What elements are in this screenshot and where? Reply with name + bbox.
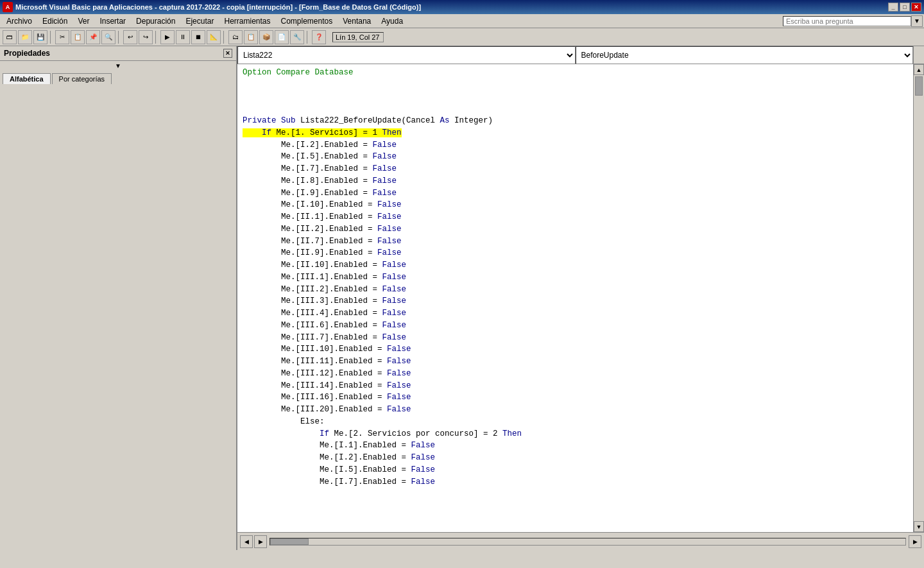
header-scrollbar[interactable] [913,46,924,64]
menu-ejecutar[interactable]: Ejecutar [180,15,219,27]
separator-3 [155,31,158,44]
code-content[interactable]: Option Compare Database Private Sub List… [237,64,913,532]
horizontal-scrollbar-track[interactable] [270,538,906,546]
scroll-up-button[interactable]: ▲ [914,64,924,75]
menu-herramientas[interactable]: Herramientas [219,15,275,27]
scroll-right-btn[interactable]: ▶ [254,535,267,548]
code-body: Option Compare Database Private Sub List… [237,64,924,532]
toolbar-run[interactable]: ▶ [160,30,175,44]
tab-alfabetica[interactable]: Alfabética [3,73,51,84]
scroll-right-end-btn[interactable]: ▶ [909,535,921,548]
window-title: Microsoft Visual Basic para Aplicaciones… [15,3,421,11]
toolbar-stop[interactable]: ⏹ [191,30,205,44]
toolbar-break[interactable]: ⏸ [176,30,190,44]
menu-ayuda[interactable]: Ayuda [376,15,408,27]
toolbar-help[interactable]: ❓ [312,30,326,44]
toolbar-paste[interactable]: 📌 [86,30,100,44]
scroll-left-btn[interactable]: ◀ [240,535,253,548]
properties-tabs: Alfabética Por categorías [0,71,236,84]
close-button[interactable]: ✕ [911,3,921,12]
toolbar-copy[interactable]: 📋 [71,30,85,44]
app-icon: A [3,2,13,12]
menu-depuracion[interactable]: Depuración [131,15,180,27]
toolbar-design[interactable]: 📐 [207,30,221,44]
toolbar-redo[interactable]: ↪ [139,30,153,44]
properties-close-button[interactable]: ✕ [223,49,232,58]
properties-header: Propiedades ✕ [0,46,236,61]
scroll-track[interactable] [914,75,924,521]
properties-scroll-arrow[interactable]: ▼ [0,61,236,71]
ask-question-input[interactable] [783,16,911,26]
procedure-selector[interactable]: BeforeUpdate [576,46,914,64]
horizontal-scrollbar-thumb[interactable] [270,538,309,545]
ask-button[interactable]: ▼ [911,15,923,27]
main-layout: Propiedades ✕ ▼ Alfabética Por categoría… [0,46,924,550]
maximize-button[interactable]: □ [900,3,910,12]
separator-2 [118,31,121,44]
toolbar-btn-props[interactable]: 📋 [244,30,258,44]
toolbar-btn-2[interactable]: 📁 [18,30,32,44]
menu-complementos[interactable]: Complementos [276,15,338,27]
window-controls: _ □ ✕ [888,3,921,12]
menu-insertar[interactable]: Insertar [94,15,131,27]
status-navigation: ◀ ▶ [240,535,267,548]
toolbar-cut[interactable]: ✂ [55,30,69,44]
title-bar: A Microsoft Visual Basic para Aplicacion… [0,0,924,14]
separator-4 [223,31,226,44]
properties-content [0,84,236,550]
toolbar-btn-1[interactable]: 🗃 [3,30,17,44]
scroll-down-button[interactable]: ▼ [914,521,924,532]
toolbar-btn-obj[interactable]: 📦 [259,30,273,44]
scroll-thumb[interactable] [915,76,923,96]
toolbar: 🗃 📁 💾 ✂ 📋 📌 🔍 ↩ ↪ ▶ ⏸ ⏹ 📐 🗂 📋 📦 📄 🔧 ❓ Lí… [0,28,924,46]
separator-5 [307,31,309,44]
menu-ventana[interactable]: Ventana [338,15,376,27]
menu-archivo[interactable]: Archivo [1,15,37,27]
vertical-scrollbar[interactable]: ▲ ▼ [913,64,924,532]
code-editor: Lista222 BeforeUpdate Option Compare Dat… [237,46,924,550]
toolbar-btn-project[interactable]: 🗂 [228,30,243,44]
tab-por-categorias[interactable]: Por categorías [52,73,112,84]
separator-1 [50,31,53,44]
status-bar: ◀ ▶ ▶ [237,532,924,550]
object-selector[interactable]: Lista222 [237,46,576,64]
toolbar-find[interactable]: 🔍 [101,30,116,44]
menu-bar: Archivo Edición Ver Insertar Depuración … [0,14,924,28]
menu-ver[interactable]: Ver [73,15,94,27]
code-header: Lista222 BeforeUpdate [237,46,924,64]
minimize-button[interactable]: _ [888,3,898,12]
properties-panel: Propiedades ✕ ▼ Alfabética Por categoría… [0,46,237,550]
toolbar-status: Lín 19, Col 27 [332,32,384,42]
toolbar-undo[interactable]: ↩ [123,30,137,44]
toolbar-save[interactable]: 💾 [33,30,47,44]
properties-title: Propiedades [4,49,50,58]
toolbar-btn-tab[interactable]: 📄 [275,30,289,44]
toolbar-btn-tc[interactable]: 🔧 [290,30,304,44]
menu-edicion[interactable]: Edición [37,15,73,27]
